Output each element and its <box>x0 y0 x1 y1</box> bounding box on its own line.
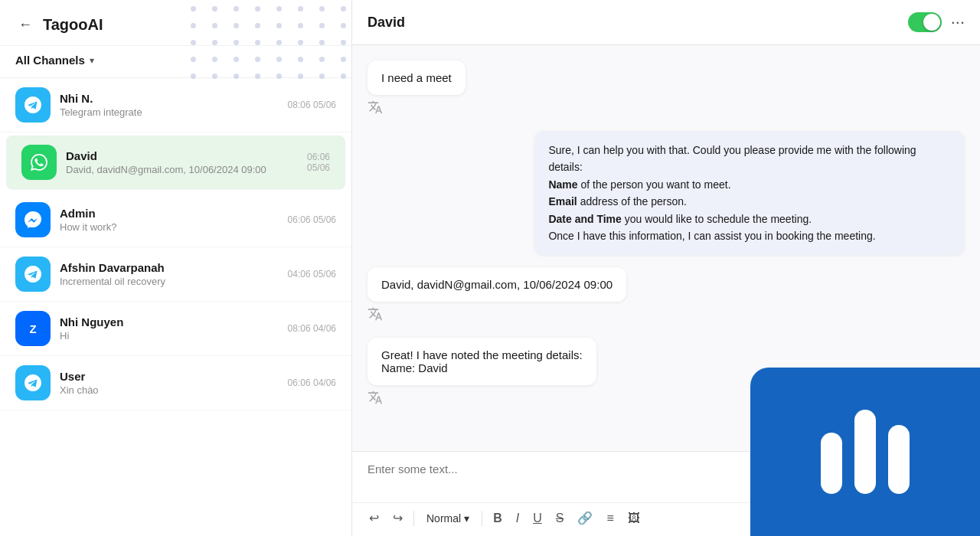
chat-title: David <box>368 15 405 31</box>
conv-preview-admin: How it work? <box>60 221 279 233</box>
conversation-item-afshin[interactable]: Afshin Davarpanah Incremental oil recove… <box>0 247 351 302</box>
sidebar-header: ← TagooAI <box>0 0 351 46</box>
ai-overlay <box>750 368 980 536</box>
avatar-david <box>21 145 57 180</box>
conv-name-admin: Admin <box>60 207 279 220</box>
format-label: Normal <box>426 512 461 525</box>
conv-time-david: 06:06 05/06 <box>307 152 330 173</box>
italic-button[interactable]: I <box>511 508 524 528</box>
sidebar: (function() { const cols = 8, rows = 5; … <box>0 0 352 536</box>
translate-button-msg1[interactable] <box>368 100 383 119</box>
conv-info-nhi-n: Nhi N. Telegram integrate <box>60 92 279 118</box>
conv-info-nhi-nguyen: Nhi Nguyen Hi <box>60 315 279 342</box>
ai-bar-1 <box>821 433 842 494</box>
message-msg3: David, davidN@gmail.com, 10/06/2024 09:0… <box>368 267 626 325</box>
channels-filter[interactable]: All Channels ▾ <box>0 46 351 78</box>
translate-button-msg3[interactable] <box>368 306 383 325</box>
conv-preview-afshin: Incremental oil recovery <box>60 276 279 287</box>
avatar-user <box>15 365 51 400</box>
more-options-button[interactable]: ··· <box>951 12 965 32</box>
chat-toggle[interactable] <box>908 12 942 32</box>
conversation-item-nhi-nguyen[interactable]: Z Nhi Nguyen Hi 08:06 04/06 <box>0 302 351 356</box>
ai-bar-3 <box>888 425 910 494</box>
message-bubble-msg2: Sure, I can help you with that. Could yo… <box>534 131 965 255</box>
redo-button[interactable]: ↪ <box>388 508 407 528</box>
chat-area: David ··· I need a meet Sure, I can help… <box>352 0 980 536</box>
sidebar-title: TagooAI <box>43 16 103 34</box>
channels-label[interactable]: All Channels <box>15 54 85 67</box>
toolbar-divider-2 <box>482 511 482 526</box>
conv-time-user: 06:06 04/06 <box>288 377 336 388</box>
undo-button[interactable]: ↩ <box>364 508 384 528</box>
conv-info-afshin: Afshin Davarpanah Incremental oil recove… <box>60 261 279 287</box>
conv-time-admin: 06:06 05/06 <box>288 214 336 225</box>
conv-info-david: David David, davidN@gmail.com, 10/06/202… <box>66 149 298 175</box>
bold-button[interactable]: B <box>488 508 507 528</box>
conv-name-nhi-nguyen: Nhi Nguyen <box>60 315 279 328</box>
conv-info-user: User Xin chào <box>60 370 279 396</box>
conversation-item-nhi-n[interactable]: Nhi N. Telegram integrate 08:06 05/06 <box>0 78 351 132</box>
conversation-item-user[interactable]: User Xin chào 06:06 04/06 <box>0 356 351 410</box>
ai-bar-2 <box>854 410 876 494</box>
conversation-item-david[interactable]: David David, davidN@gmail.com, 10/06/202… <box>6 136 345 190</box>
translate-icon-row-msg3 <box>368 306 626 325</box>
conv-preview-nhi-n: Telegram integrate <box>60 106 279 118</box>
avatar-nhi-n <box>15 87 51 123</box>
conv-name-afshin: Afshin Davarpanah <box>60 261 279 274</box>
back-button[interactable]: ← <box>15 14 35 36</box>
conv-time-afshin: 04:06 05/06 <box>288 269 336 279</box>
message-msg4: Great! I have noted the meeting details:… <box>368 338 596 409</box>
underline-button[interactable]: U <box>528 508 547 528</box>
chevron-down-icon: ▾ <box>90 55 94 66</box>
ai-bars <box>821 410 910 494</box>
align-button[interactable]: ≡ <box>602 508 618 528</box>
translate-icon-row-msg4 <box>368 390 596 409</box>
conv-time-nhi-n: 08:06 05/06 <box>288 100 336 110</box>
translate-icon-row-msg1 <box>368 100 466 119</box>
conv-name-nhi-n: Nhi N. <box>60 92 279 105</box>
conv-info-admin: Admin How it work? <box>60 207 279 233</box>
toggle-knob <box>923 14 940 31</box>
chat-header-actions: ··· <box>908 12 965 32</box>
conv-time-nhi-nguyen: 08:06 04/06 <box>288 323 336 334</box>
message-bubble-msg4: Great! I have noted the meeting details:… <box>368 338 596 385</box>
strikethrough-button[interactable]: S <box>551 508 569 528</box>
format-chevron-icon: ▾ <box>464 512 469 525</box>
message-msg1: I need a meet <box>368 60 466 119</box>
conv-preview-user: Xin chào <box>60 384 279 396</box>
conv-preview-david: David, davidN@gmail.com, 10/06/2024 09:0… <box>66 164 298 175</box>
message-bubble-msg3: David, davidN@gmail.com, 10/06/2024 09:0… <box>368 267 626 302</box>
conv-preview-nhi-nguyen: Hi <box>60 330 279 342</box>
avatar-afshin <box>15 257 51 292</box>
conv-name-david: David <box>66 149 298 162</box>
message-bubble-msg1: I need a meet <box>368 60 466 95</box>
avatar-admin <box>15 202 51 237</box>
avatar-nhi-nguyen: Z <box>15 311 51 346</box>
translate-button-msg4[interactable] <box>368 390 383 409</box>
link-button[interactable]: 🔗 <box>573 508 597 528</box>
toolbar-divider-1 <box>413 511 414 526</box>
conversation-item-admin[interactable]: Admin How it work? 06:06 05/06 <box>0 193 351 247</box>
chat-header: David ··· <box>352 0 980 45</box>
message-msg2: Sure, I can help you with that. Could yo… <box>534 131 965 255</box>
format-select-button[interactable]: Normal ▾ <box>420 509 475 528</box>
conversation-list: Nhi N. Telegram integrate 08:06 05/06 Da… <box>0 78 351 536</box>
conv-name-user: User <box>60 370 279 383</box>
image-button[interactable]: 🖼 <box>623 508 645 528</box>
